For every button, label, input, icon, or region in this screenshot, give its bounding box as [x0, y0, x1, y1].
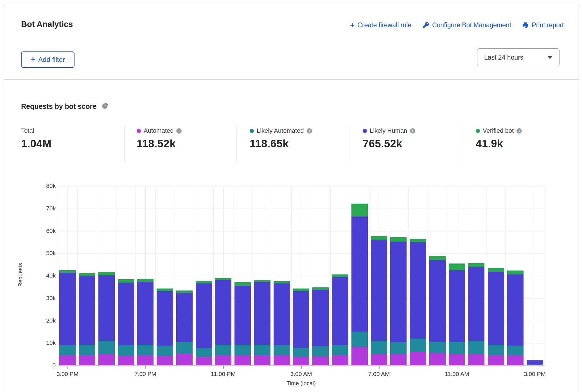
bar-segment-likely-automated: [371, 341, 387, 354]
x-tick-label: 3:00 AM: [280, 371, 322, 377]
bar-segment-likely-automated: [254, 345, 270, 355]
bar[interactable]: [254, 0, 270, 366]
bar-segment-likely-human: [137, 282, 154, 345]
bar-segment-likely-human: [176, 293, 193, 342]
bar-segment-likely-automated: [215, 345, 231, 355]
bar-segment-likely-human: [351, 217, 368, 332]
bar-segment-automated: [371, 354, 387, 366]
bar-segment-automated: [98, 354, 115, 366]
gridline-vertical: [545, 186, 545, 366]
bar-segment-likely-automated: [274, 345, 290, 355]
y-tick-label: 0: [36, 362, 56, 369]
bar[interactable]: [118, 0, 134, 366]
bar-segment-verified-bot: [390, 237, 407, 242]
bar[interactable]: [468, 0, 484, 366]
bar-segment-verified-bot: [118, 279, 134, 283]
bar[interactable]: [59, 0, 76, 366]
bar-segment-likely-human: [98, 275, 115, 341]
bar[interactable]: [390, 0, 407, 366]
bar[interactable]: [98, 0, 115, 366]
gridline-vertical: [369, 186, 369, 366]
axis-tick: [223, 366, 224, 369]
bar-segment-verified-bot: [196, 281, 212, 283]
bar[interactable]: [332, 0, 348, 366]
bar[interactable]: [449, 0, 465, 366]
bar-segment-verified-bot: [351, 204, 368, 217]
x-tick-label: 11:00 AM: [436, 371, 478, 377]
bar-segment-likely-human: [527, 361, 543, 364]
y-tick-label: 60k: [36, 227, 56, 234]
bar-segment-verified-bot: [254, 280, 270, 282]
bar[interactable]: [429, 0, 446, 366]
bar-segment-automated: [234, 355, 251, 366]
gridline-vertical: [136, 186, 136, 366]
axis-tick: [145, 366, 146, 369]
bar[interactable]: [176, 0, 193, 366]
bar-segment-verified-bot: [371, 236, 387, 240]
bar-segment-automated: [79, 355, 95, 366]
bar[interactable]: [157, 0, 173, 366]
stat-label-row: Total: [21, 127, 51, 134]
bar-segment-likely-automated: [196, 348, 212, 357]
bar-segment-verified-bot: [468, 263, 484, 267]
bar-segment-likely-human: [234, 286, 251, 345]
bar-segment-verified-bot: [410, 239, 426, 242]
bar-segment-automated: [176, 353, 193, 366]
bar[interactable]: [234, 0, 251, 366]
bar-segment-likely-automated: [312, 346, 329, 356]
gridline-vertical: [350, 186, 350, 366]
bar-segment-likely-human: [79, 276, 95, 345]
gridline-vertical: [486, 186, 486, 366]
bar-segment-likely-automated: [527, 364, 543, 365]
bar[interactable]: [488, 0, 504, 366]
gridline-vertical: [116, 186, 116, 366]
y-tick-label: 80k: [36, 183, 56, 189]
x-axis-line: [58, 365, 545, 366]
bar-segment-verified-bot: [215, 278, 231, 280]
gridline-vertical: [97, 186, 97, 366]
bar-segment-likely-human: [118, 283, 134, 345]
x-tick-label: 3:00 PM: [514, 371, 556, 377]
bar-segment-automated: [390, 354, 407, 366]
stat-label: Total: [21, 127, 34, 134]
bar-segment-likely-human: [312, 290, 329, 346]
y-tick-label: 20k: [36, 317, 56, 324]
bar[interactable]: [215, 0, 231, 366]
bar-segment-likely-human: [215, 280, 231, 345]
bar-segment-automated: [118, 356, 134, 366]
bar-segment-likely-automated: [79, 345, 95, 355]
gridline-vertical: [311, 186, 311, 366]
gridline-vertical: [506, 186, 506, 366]
y-tick-label: 70k: [36, 205, 56, 212]
bar[interactable]: [312, 0, 329, 366]
bar-segment-likely-automated: [468, 341, 484, 354]
bar[interactable]: [274, 0, 290, 366]
gridline-vertical: [58, 186, 58, 366]
bar-segment-likely-automated: [390, 342, 407, 354]
x-tick-label: 3:00 PM: [46, 371, 89, 377]
bar-segment-likely-automated: [98, 341, 115, 354]
bar[interactable]: [507, 0, 524, 366]
axis-tick: [535, 366, 535, 369]
gridline-vertical: [389, 186, 389, 366]
bar-segment-automated: [429, 353, 446, 366]
bar-segment-likely-human: [371, 240, 387, 341]
bar-segment-verified-bot: [429, 256, 446, 260]
bar[interactable]: [527, 0, 543, 366]
bar-segment-automated: [157, 356, 173, 366]
bar-segment-likely-automated: [449, 342, 465, 354]
gridline-vertical: [175, 186, 175, 366]
gridline-vertical: [291, 186, 292, 366]
bar-segment-automated: [312, 356, 329, 366]
bar[interactable]: [410, 0, 426, 366]
bar[interactable]: [137, 0, 154, 366]
x-axis-title: Time (local): [279, 380, 324, 387]
bar[interactable]: [196, 0, 212, 366]
bar[interactable]: [351, 0, 368, 366]
bar-segment-likely-automated: [118, 345, 134, 356]
bar[interactable]: [371, 0, 387, 366]
plus-icon: +: [31, 55, 35, 64]
bar[interactable]: [79, 0, 95, 366]
bar-segment-automated: [137, 355, 154, 366]
bar[interactable]: [293, 0, 309, 366]
